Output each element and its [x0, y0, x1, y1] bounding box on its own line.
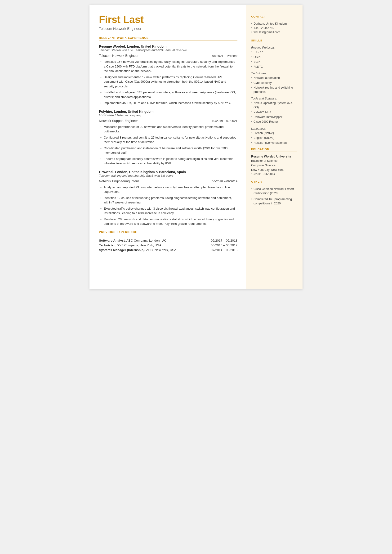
bullet-2-3: Coordinated purchasing and installation …	[100, 146, 238, 155]
job-title-2: Network Support Engineer	[99, 119, 138, 123]
prev-dates-3: 07/2014 – 05/2015	[211, 248, 238, 252]
tools-label: Tools and Software:	[251, 97, 297, 100]
tools-list: Nexus Operating System (NX-OS) VMware NS…	[251, 101, 297, 124]
job-block-1: Resume Worded, London, United Kingdom Te…	[99, 44, 238, 105]
right-column: CONTACT Durham, United Kingdom +44 12345…	[246, 5, 302, 289]
bullet-list-3: Analyzed and reported 23 computer networ…	[99, 185, 238, 226]
company-name-1: Resume Worded, London, United Kingdom	[99, 44, 238, 48]
job-dates-1: 08/2021 – Present	[212, 54, 238, 57]
skills-header: SKILLS	[251, 39, 297, 43]
prev-dates-1: 06/2017 – 05/2018	[211, 239, 238, 242]
other-2: Completed 16+ programming competitions i…	[251, 197, 297, 206]
routing-1: EIGRP	[251, 50, 297, 55]
edu-degree-text: Bachelor of Science	[251, 159, 277, 163]
company-name-3: Growthsi, London, United Kingdom & Barce…	[99, 170, 238, 174]
routing-label: Routing Protocols:	[251, 46, 297, 49]
techniques-list: Network automation Cybersecurity Network…	[251, 76, 297, 94]
company-bold-2: Polyhire,	[99, 110, 113, 114]
routing-4: FLETC	[251, 65, 297, 69]
other-header: OTHER	[251, 180, 297, 184]
languages-section: Languages: French (Native) English (Nati…	[251, 127, 297, 145]
tool-2: VMware NSX	[251, 110, 297, 114]
bullet-3-4: Monitored 200 network and data communica…	[100, 217, 238, 226]
language-1: French (Native)	[251, 131, 297, 135]
candidate-title: Telecom Network Engineer	[99, 27, 238, 31]
job-title-3: Network Engineering Intern	[99, 179, 139, 183]
company-desc-3: Telecom training and membership SaaS wit…	[99, 174, 238, 178]
edu-location-text: New York City, New York	[251, 168, 284, 171]
education-block: Resume Worded University Bachelor of Sci…	[251, 155, 297, 177]
prev-exp-row-2: Technician, XYZ Company, New York, USA 0…	[99, 243, 238, 247]
job-row-2: Network Support Engineer 10/2019 – 07/20…	[99, 119, 238, 123]
bullet-2-2: Configured 8 routers and sent it to 27 t…	[100, 135, 238, 144]
contact-email: first.last@gmail.com	[251, 31, 297, 34]
resume-container: First Last Telecom Network Engineer RELE…	[90, 5, 302, 289]
contact-phone: +44 123456789	[251, 26, 297, 30]
edu-dates-text: 10/2011 - 06/2014	[251, 172, 275, 176]
technique-3: Network routing and switching protocols	[251, 86, 297, 94]
company-bold-3: Growthsi,	[99, 170, 114, 174]
bullet-2-4: Ensured appropriate security controls we…	[100, 156, 238, 166]
bullet-1-3: Installed and configured 123 personal co…	[100, 90, 238, 99]
company-rest-1: London, United Kingdom	[126, 44, 166, 48]
routing-protocols-section: Routing Protocols: EIGRP OSPF BGP FLETC	[251, 46, 297, 69]
bullet-3-3: Executed traffic policy changes with 3 c…	[100, 206, 238, 215]
job-block-3: Growthsi, London, United Kingdom & Barce…	[99, 170, 238, 226]
contact-address: Durham, United Kingdom	[251, 22, 297, 25]
previous-exp-header: PREVIOUS EXPERIENCE	[99, 230, 238, 235]
edu-school: Resume Worded University	[251, 155, 297, 158]
contact-header: CONTACT	[251, 15, 297, 19]
relevant-work-header: RELEVANT WORK EXPERIENCE	[99, 36, 238, 41]
prev-label-3: Systems Manager (Internship), ABC, New Y…	[99, 248, 176, 252]
education-header: EDUCATION	[251, 148, 297, 152]
techniques-label: Techniques:	[251, 72, 297, 75]
prev-label-1: Software Analyst, ABC Company, London, U…	[99, 239, 166, 242]
bullet-1-2: Designed and implemented 12 new switch p…	[100, 75, 238, 89]
tool-1: Nexus Operating System (NX-OS)	[251, 101, 297, 109]
techniques-section: Techniques: Network automation Cybersecu…	[251, 72, 297, 94]
other-1: Cisco Certified Network Expert Certifica…	[251, 187, 297, 195]
routing-2: OSPF	[251, 55, 297, 59]
language-3: Russian (Conversational)	[251, 141, 297, 145]
bullet-3-2: Identified 12 causes of networking probl…	[100, 196, 238, 205]
bullet-1-1: Identified 15+ network vulnerabilities b…	[100, 59, 238, 73]
company-bold-1: Resume Worded,	[99, 44, 126, 48]
bullet-1-4: Implemented 45 IPs, DLPs and UTMs featur…	[100, 101, 238, 105]
prev-label-2: Technician, XYZ Company, New York, USA	[99, 243, 161, 247]
routing-3: BGP	[251, 60, 297, 64]
prev-exp-row-1: Software Analyst, ABC Company, London, U…	[99, 239, 238, 242]
bullet-list-1: Identified 15+ network vulnerabilities b…	[99, 59, 238, 105]
other-list: Cisco Certified Network Expert Certifica…	[251, 187, 297, 206]
company-desc-1: Telecom startup with 100+ employees and …	[99, 48, 238, 52]
tools-section: Tools and Software: Nexus Operating Syst…	[251, 97, 297, 124]
bullet-list-2: Monitored performance of 20 networks and…	[99, 125, 238, 166]
job-row-1: Telecom Network Engineer 08/2021 – Prese…	[99, 54, 238, 57]
technique-2: Cybersecurity	[251, 81, 297, 85]
routing-list: EIGRP OSPF BGP FLETC	[251, 50, 297, 69]
job-dates-3: 06/2018 – 09/2019	[212, 179, 238, 183]
languages-list: French (Native) English (Native) Russian…	[251, 131, 297, 145]
job-row-3: Network Engineering Intern 06/2018 – 09/…	[99, 179, 238, 183]
prev-exp-row-3: Systems Manager (Internship), ABC, New Y…	[99, 248, 238, 252]
edu-field-text: Computer Science	[251, 164, 276, 167]
company-rest-2: London, United Kingdom	[113, 110, 153, 114]
contact-list: Durham, United Kingdom +44 123456789 fir…	[251, 22, 297, 34]
languages-label: Languages:	[251, 127, 297, 130]
candidate-name: First Last	[99, 14, 238, 25]
bullet-3-1: Analyzed and reported 23 computer networ…	[100, 185, 238, 194]
company-desc-2: NYSE-listed Telecom company	[99, 114, 238, 117]
left-column: First Last Telecom Network Engineer RELE…	[90, 5, 246, 289]
technique-1: Network automation	[251, 76, 297, 80]
bullet-2-1: Monitored performance of 20 networks and…	[100, 125, 238, 134]
company-name-2: Polyhire, London, United Kingdom	[99, 110, 238, 114]
tool-3: Dartware InterMapper	[251, 115, 297, 119]
job-block-2: Polyhire, London, United Kingdom NYSE-li…	[99, 110, 238, 166]
tool-4: Cisco 2900 Router	[251, 120, 297, 124]
job-title-1: Telecom Network Engineer	[99, 54, 139, 57]
edu-degree: Bachelor of Science Computer Science New…	[251, 159, 297, 177]
company-rest-3: London, United Kingdom & Barcelona, Spai…	[114, 170, 186, 174]
prev-dates-2: 06/2016 – 05/2017	[211, 243, 238, 247]
language-2: English (Native)	[251, 136, 297, 140]
job-dates-2: 10/2019 – 07/2021	[212, 119, 238, 123]
